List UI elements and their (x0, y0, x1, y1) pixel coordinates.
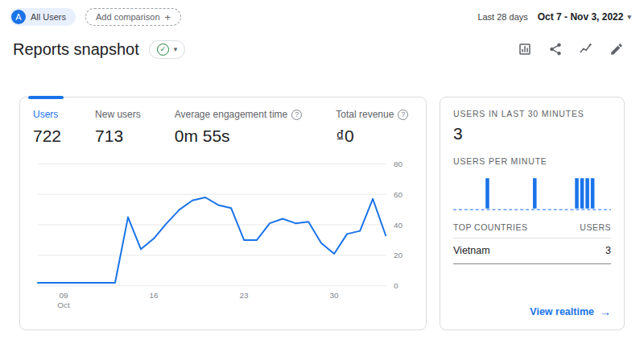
table-row: Vietnam 3 (453, 238, 611, 264)
view-realtime-link[interactable]: View realtime → (530, 305, 611, 318)
insights-button[interactable] (575, 38, 597, 60)
add-comparison-label: Add comparison (96, 12, 160, 22)
svg-text:40: 40 (394, 221, 403, 230)
insights-icon (579, 42, 593, 56)
users-per-minute-bar-chart (453, 174, 611, 211)
segment-chip-label: All Users (31, 12, 66, 22)
metric-new-users-value: 713 (95, 126, 141, 146)
metric-new-users-label: New users (95, 109, 141, 120)
customize-report-button[interactable] (514, 38, 536, 60)
svg-text:20: 20 (394, 251, 403, 259)
page-title: Reports snapshot (13, 40, 139, 59)
users-column-header: USERS (580, 222, 611, 232)
topbar: A All Users Add comparison + Last 28 day… (0, 0, 644, 27)
content-area: Users 722 New users 713 Average engageme… (0, 97, 644, 330)
svg-text:Oct: Oct (57, 301, 70, 309)
add-comparison-button[interactable]: Add comparison + (85, 8, 181, 26)
svg-text:0: 0 (394, 281, 398, 290)
metrics-row: Users 722 New users 713 Average engageme… (33, 109, 413, 146)
line-chart-svg: 02040608009Oct162330 (33, 155, 413, 310)
share-icon (548, 42, 563, 56)
date-range-picker[interactable]: Oct 7 - Nov 3, 2022 ▾ (538, 11, 631, 23)
report-header: Reports snapshot ✓ ▾ (0, 27, 644, 66)
realtime-card: USERS IN LAST 30 MINUTES 3 USERS PER MIN… (440, 97, 625, 330)
metric-avg-engagement-time[interactable]: Average engagement time ? 0m 55s (175, 109, 303, 146)
top-countries-header: TOP COUNTRIES (453, 222, 527, 232)
svg-text:60: 60 (394, 190, 403, 199)
metric-users[interactable]: Users 722 (33, 109, 61, 146)
svg-text:30: 30 (330, 291, 340, 300)
users-last-30min-value: 3 (453, 124, 611, 143)
svg-text:80: 80 (394, 160, 403, 168)
svg-text:09: 09 (59, 291, 68, 300)
report-status-button[interactable]: ✓ ▾ (149, 40, 186, 59)
metric-total-revenue-label: Total revenue (336, 109, 394, 120)
metric-total-revenue[interactable]: Total revenue ? ₫0 (336, 109, 408, 146)
snapshot-card: Users 722 New users 713 Average engageme… (19, 97, 427, 330)
ga-reports-snapshot-page: A All Users Add comparison + Last 28 day… (0, 0, 644, 330)
svg-text:23: 23 (240, 291, 250, 300)
help-icon[interactable]: ? (398, 110, 408, 120)
metric-users-value: 722 (33, 126, 61, 146)
arrow-right-icon: → (600, 305, 611, 318)
metric-new-users[interactable]: New users 713 (95, 109, 141, 146)
metric-users-label: Users (33, 109, 58, 120)
users-last-30min-label: USERS IN LAST 30 MINUTES (453, 109, 611, 118)
users-over-time-line-chart: 02040608009Oct162330 (33, 155, 413, 310)
users-cell: 3 (605, 245, 611, 256)
metric-total-revenue-value: ₫0 (336, 126, 408, 146)
top-countries-table: TOP COUNTRIES USERS Vietnam 3 (453, 222, 611, 264)
country-cell: Vietnam (453, 245, 490, 256)
metric-avg-engagement-label: Average engagement time (175, 109, 288, 120)
svg-text:16: 16 (149, 291, 159, 300)
check-circle-icon: ✓ (157, 44, 169, 56)
date-range-value: Oct 7 - Nov 3, 2022 (538, 11, 624, 23)
caret-down-icon: ▾ (174, 45, 178, 53)
caret-down-icon: ▾ (627, 13, 631, 21)
all-users-segment-chip[interactable]: A All Users (10, 8, 76, 26)
date-range-type-label: Last 28 days (477, 12, 527, 22)
header-actions (514, 38, 628, 60)
edit-button[interactable] (605, 38, 628, 60)
selected-metric-indicator (28, 96, 64, 99)
help-icon[interactable]: ? (291, 110, 302, 120)
share-button[interactable] (544, 38, 567, 60)
top-countries-table-header: TOP COUNTRIES USERS (453, 222, 611, 238)
avatar: A (11, 10, 26, 24)
metric-avg-engagement-value: 0m 55s (175, 126, 303, 146)
chart-customize-icon (518, 42, 532, 56)
view-realtime-label: View realtime (530, 306, 594, 317)
edit-pencil-icon (609, 42, 624, 56)
users-per-minute-label: USERS PER MINUTE (453, 156, 611, 166)
plus-icon: + (165, 11, 171, 23)
